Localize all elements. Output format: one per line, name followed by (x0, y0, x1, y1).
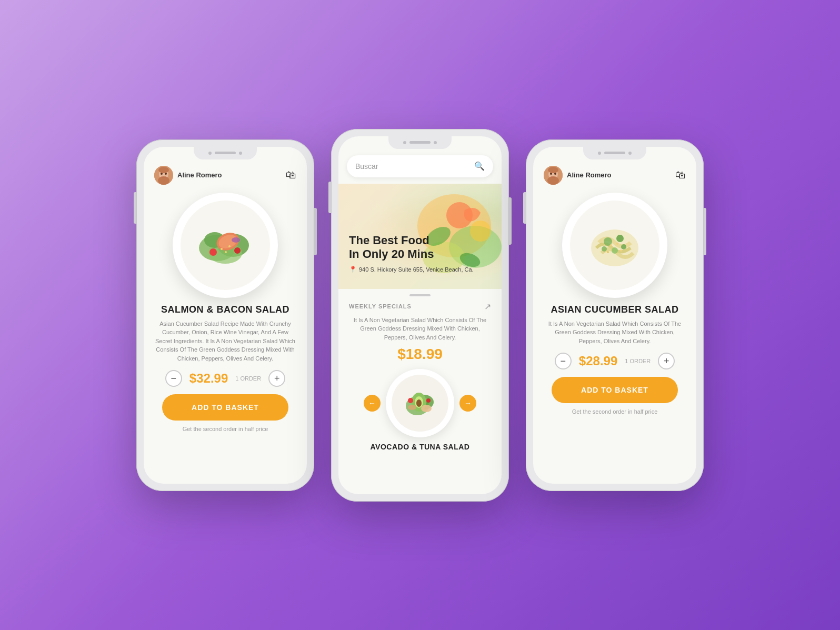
phone-left-screen: Aline Romero 🛍 (144, 147, 307, 484)
order-label-right: 1 ORDER (625, 358, 651, 364)
plus-btn-right[interactable]: + (658, 353, 675, 369)
location-icon: 📍 (349, 266, 357, 273)
svg-point-49 (616, 235, 624, 242)
search-placeholder: Buscar (355, 162, 474, 171)
notch-left (194, 147, 257, 159)
food-desc-left: Asian Cucumber Salad Recipe Made With Cr… (144, 319, 307, 363)
screen-right: Aline Romero 🛍 (533, 147, 696, 484)
notch-line (215, 152, 236, 154)
food-image-left (173, 193, 278, 298)
notch-dot-c2 (434, 141, 437, 144)
avatar-right (544, 166, 563, 185)
svg-point-44 (548, 167, 558, 173)
promo-right: Get the second order in half price (572, 408, 658, 415)
price-right: $28.99 (579, 354, 617, 368)
svg-point-50 (612, 247, 618, 254)
svg-point-14 (209, 248, 217, 256)
carousel-food-title: AVOCADO & TUNA SALAD (338, 443, 502, 451)
user-info-left: Aline Romero (154, 166, 222, 185)
cart-icon-right[interactable]: 🛍 (675, 169, 686, 181)
food-title-right: ASIAN CUCUMBER SALAD (543, 304, 687, 315)
plus-btn-left[interactable]: + (268, 370, 285, 387)
phone-right: Aline Romero 🛍 (526, 139, 704, 491)
avatar-left (154, 166, 173, 185)
food-image-right (562, 193, 667, 298)
price-row-left: − $32.99 1 ORDER + (144, 370, 307, 387)
hero-location: 📍 940 S. Hickory Suite 655, Venice Beach… (349, 266, 474, 273)
notch-center (388, 136, 452, 149)
carousel-prev[interactable]: ← (364, 395, 381, 412)
hero-title-line1: The Best Food (349, 234, 474, 247)
phones-container: Aline Romero 🛍 (136, 129, 704, 502)
user-info-right: Aline Romero (544, 166, 612, 185)
user-name-left: Aline Romero (177, 171, 222, 179)
minus-btn-right[interactable]: − (555, 353, 572, 369)
phone-right-screen: Aline Romero 🛍 (533, 147, 696, 484)
weekly-label: WEEKLY SPECIALS (349, 303, 412, 309)
center-desc: It Is A Non Vegetarian Salad Which Consi… (338, 316, 502, 342)
hero-text: The Best Food In Only 20 Mins 📍 940 S. H… (349, 234, 474, 273)
add-to-basket-right[interactable]: ADD TO BASKET (552, 377, 678, 403)
phone-center: Buscar 🔍 (331, 129, 509, 502)
svg-point-55 (620, 249, 622, 252)
svg-point-52 (602, 246, 607, 252)
svg-point-17 (221, 248, 223, 250)
svg-point-51 (621, 244, 626, 249)
svg-point-35 (421, 405, 432, 412)
center-price: $18.99 (338, 346, 502, 363)
user-name-right: Aline Romero (567, 171, 612, 179)
notch-line-r (604, 152, 625, 154)
carousel-food-image (386, 369, 454, 437)
notch-line-c (409, 141, 431, 144)
notch-right (583, 147, 646, 159)
food-title-left: SALMON & BACON SALAD (153, 304, 297, 315)
carousel-next[interactable]: → (459, 395, 476, 412)
minus-btn-left[interactable]: − (165, 370, 182, 387)
notch-dot2 (239, 152, 242, 155)
svg-point-36 (408, 405, 416, 410)
price-left: $32.99 (189, 371, 228, 386)
hero-banner: The Best Food In Only 20 Mins 📍 940 S. H… (338, 184, 502, 289)
notch-dot-r2 (628, 152, 632, 155)
weekly-header: WEEKLY SPECIALS ↗ (338, 302, 502, 312)
svg-point-56 (607, 251, 609, 253)
svg-point-54 (616, 243, 618, 245)
hero-address: 940 S. Hickory Suite 655, Venice Beach, … (359, 266, 474, 273)
screen-center: Buscar 🔍 (338, 136, 502, 494)
add-to-basket-left[interactable]: ADD TO BASKET (162, 394, 288, 421)
notch-dot-r1 (598, 152, 601, 155)
hero-title-line2: In Only 20 Mins (349, 247, 474, 261)
phone-center-screen: Buscar 🔍 (338, 136, 502, 494)
svg-point-16 (232, 237, 240, 243)
search-icon[interactable]: 🔍 (474, 161, 485, 171)
divider-pill (409, 294, 431, 296)
screen-left: Aline Romero 🛍 (144, 147, 307, 484)
carousel-row: ← (338, 369, 502, 437)
notch-dot (208, 152, 212, 155)
food-desc-right: It Is A Non Vegetarian Salad Which Consi… (533, 319, 696, 346)
order-label-left: 1 ORDER (235, 375, 261, 382)
svg-point-34 (416, 399, 422, 407)
svg-point-38 (426, 398, 431, 403)
price-row-right: − $28.99 1 ORDER + (533, 353, 696, 369)
svg-point-37 (408, 398, 413, 403)
search-bar[interactable]: Buscar 🔍 (347, 155, 493, 177)
notch-dot-c1 (403, 141, 406, 144)
promo-left: Get the second order in half price (183, 426, 268, 432)
svg-point-19 (225, 251, 227, 253)
svg-point-53 (610, 244, 612, 246)
svg-point-15 (234, 247, 241, 254)
cart-icon-left[interactable]: 🛍 (286, 169, 296, 181)
phone-left: Aline Romero 🛍 (136, 139, 314, 491)
svg-point-5 (158, 167, 169, 173)
svg-point-18 (228, 245, 231, 247)
share-icon[interactable]: ↗ (484, 302, 491, 312)
